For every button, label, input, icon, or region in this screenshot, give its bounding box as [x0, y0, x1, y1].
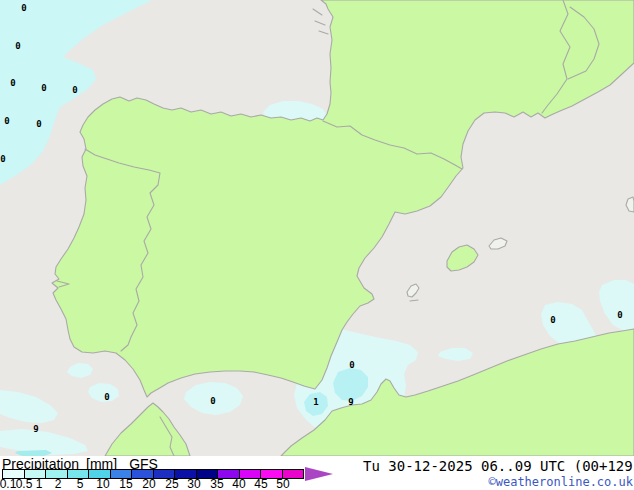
scale-label-0.1: 0.1	[0, 479, 16, 490]
scale-label-0.5: 0.5	[16, 479, 33, 490]
station-value: 0	[617, 310, 622, 320]
precipitation-map: 0000000009019000	[0, 0, 634, 456]
scale-label-50: 50	[276, 479, 289, 490]
colorbar-labels: 0.10.5125101520253035404550	[0, 479, 340, 490]
station-value: 0	[41, 83, 46, 93]
station-value: 9	[348, 397, 353, 407]
station-value: 0	[4, 116, 9, 126]
station-value: 0	[349, 360, 354, 370]
scale-label-25: 25	[165, 479, 178, 490]
station-value: 0	[10, 78, 15, 88]
station-value: 0	[36, 119, 41, 129]
station-value: 0	[104, 392, 109, 402]
scale-label-40: 40	[232, 479, 245, 490]
credit-text: ©weatheronline.co.uk	[489, 475, 634, 489]
scale-label-1: 1	[36, 479, 43, 490]
legend-bar: Precipitation[mm]GFS 0.10.51251015202530…	[0, 456, 634, 490]
scale-label-30: 30	[187, 479, 200, 490]
station-value: 0	[550, 315, 555, 325]
scale-label-20: 20	[142, 479, 155, 490]
station-value: 0	[210, 396, 215, 406]
station-value: 0	[15, 41, 20, 51]
weather-map-page: 0000000009019000 Precipitation[mm]GFS 0.…	[0, 0, 634, 490]
station-value: 0	[72, 85, 77, 95]
scale-label-5: 5	[77, 479, 84, 490]
station-value: 0	[21, 3, 26, 13]
scale-label-35: 35	[210, 479, 223, 490]
station-value: 0	[0, 154, 5, 164]
station-value: 1	[313, 397, 318, 407]
scale-label-15: 15	[119, 479, 132, 490]
forecast-datetime: Tu 30-12-2025 06..09 UTC (00+129)	[363, 458, 634, 474]
scale-label-45: 45	[254, 479, 267, 490]
station-value: 9	[33, 424, 38, 434]
scale-label-2: 2	[55, 479, 62, 490]
scale-label-10: 10	[96, 479, 109, 490]
